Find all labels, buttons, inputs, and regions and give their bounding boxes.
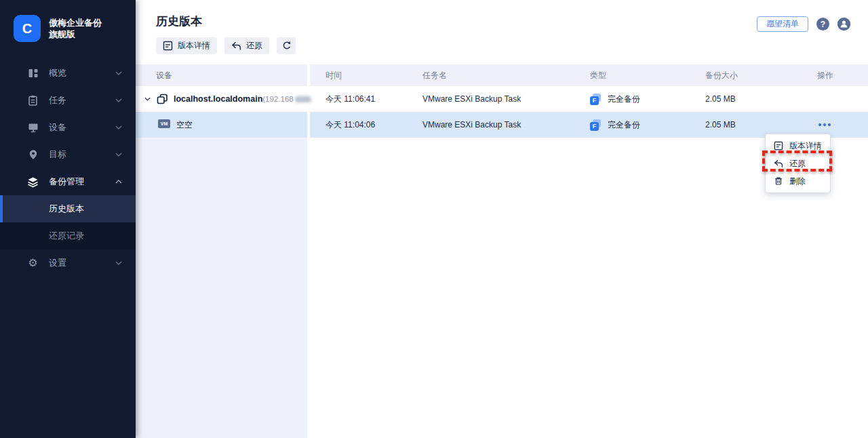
sidebar-item-overview[interactable]: 概览 [0, 60, 136, 87]
chevron-up-icon [115, 180, 122, 184]
vm-icon: VM [158, 119, 170, 130]
help-button[interactable]: ? [816, 18, 829, 31]
chevron-down-icon [115, 261, 122, 265]
monitor-icon [27, 122, 39, 134]
host-ip: (192.168) [262, 95, 315, 103]
version-detail-label: 版本详情 [178, 40, 210, 52]
dashboard-icon [27, 68, 39, 79]
cell-task: VMware ESXi Backup Task [422, 120, 590, 130]
menu-item-label: 还原 [789, 158, 806, 170]
restore-undo-icon [231, 41, 241, 51]
cell-ops [817, 119, 868, 130]
menu-item-version-detail[interactable]: 版本详情 [766, 137, 830, 155]
cell-time: 今天 11:04:06 [310, 119, 422, 131]
location-pin-icon [27, 149, 39, 161]
chevron-down-icon [115, 71, 122, 75]
column-header-ops: 操作 [817, 70, 868, 81]
device-panel-header: 设备 [136, 64, 307, 86]
sidebar-subitem-history-versions[interactable]: 历史版本 [0, 195, 136, 222]
sidebar-item-label: 目标 [49, 148, 66, 161]
chevron-down-icon [115, 153, 122, 157]
refresh-icon [281, 41, 292, 51]
sidebar-item-tasks[interactable]: 任务 [0, 87, 136, 114]
cell-size: 2.05 MB [705, 94, 817, 104]
topbar: 历史版本 版本详情 还原 愿望清单 [136, 0, 868, 64]
table-header-row: 时间 任务名 类型 备份大小 操作 [310, 64, 868, 86]
backup-management-submenu: 历史版本 还原记录 [0, 195, 136, 250]
full-backup-icon: F [590, 119, 601, 131]
cell-time: 今天 11:06:41 [310, 94, 422, 105]
type-label: 完全备份 [608, 119, 640, 131]
sidebar-item-label: 概览 [49, 67, 66, 79]
cell-type: F 完全备份 [590, 119, 705, 131]
sidebar-item-label: 设备 [49, 121, 66, 134]
column-header-time: 时间 [310, 70, 422, 81]
question-mark-icon: ? [821, 20, 825, 28]
sidebar-item-backup-management[interactable]: 备份管理 [0, 168, 136, 195]
detail-icon [163, 41, 173, 51]
layers-icon [27, 176, 39, 188]
tasks-icon [27, 95, 39, 106]
type-label: 完全备份 [608, 94, 640, 105]
redacted-ip-blur [295, 96, 311, 102]
more-actions-icon[interactable] [817, 119, 832, 130]
column-header-task: 任务名 [422, 70, 590, 81]
tree-row-vm-selected[interactable]: VM 空空 [136, 112, 307, 138]
sidebar-item-targets[interactable]: 目标 [0, 141, 136, 168]
app-window: C 傲梅企业备份 旗舰版 概览 任务 [0, 0, 868, 438]
app-logo-icon: C [14, 15, 41, 42]
gear-icon: ⚙ [27, 258, 39, 269]
detail-icon [774, 141, 783, 151]
content-area: 设备 localhost.localdomain (192.168) VM [136, 64, 868, 438]
host-icon [157, 94, 168, 104]
cell-size: 2.05 MB [705, 120, 817, 130]
logo-letter: C [22, 22, 32, 35]
tree-row-host[interactable]: localhost.localdomain (192.168) [136, 86, 307, 112]
column-header-size: 备份大小 [705, 70, 817, 81]
trash-icon [774, 176, 783, 186]
wishlist-button[interactable]: 愿望清单 [757, 16, 808, 32]
toolbar: 版本详情 还原 [156, 37, 296, 54]
versions-table: 时间 任务名 类型 备份大小 操作 今天 11:06:41 VMware ESX… [310, 64, 868, 438]
device-panel: 设备 localhost.localdomain (192.168) VM [136, 64, 307, 438]
brand-block: C 傲梅企业备份 旗舰版 [0, 0, 136, 42]
account-button[interactable] [837, 18, 850, 31]
menu-item-restore[interactable]: 还原 [766, 155, 830, 172]
column-header-type: 类型 [590, 70, 705, 81]
sidebar-nav: 概览 任务 设备 [0, 60, 136, 277]
topbar-right: 愿望清单 ? [757, 16, 850, 32]
menu-item-label: 删除 [789, 176, 806, 187]
sidebar-item-devices[interactable]: 设备 [0, 114, 136, 141]
cell-type: F 完全备份 [590, 94, 705, 105]
chevron-down-icon[interactable] [144, 97, 151, 101]
cell-task: VMware ESXi Backup Task [422, 94, 590, 104]
full-backup-icon: F [590, 94, 601, 105]
restore-button[interactable]: 还原 [224, 37, 269, 54]
host-name: localhost.localdomain [174, 94, 262, 104]
restore-label: 还原 [246, 40, 262, 52]
row-context-menu: 版本详情 还原 删除 [765, 134, 831, 193]
menu-item-delete[interactable]: 删除 [766, 172, 830, 190]
refresh-button[interactable] [277, 37, 296, 54]
version-detail-button[interactable]: 版本详情 [156, 37, 217, 54]
table-row[interactable]: 今天 11:06:41 VMware ESXi Backup Task F 完全… [310, 86, 868, 112]
brand-line1: 傲梅企业备份 [49, 17, 102, 28]
sidebar-item-label: 设置 [49, 257, 66, 269]
user-icon [837, 18, 850, 31]
sidebar-item-label: 任务 [49, 94, 66, 106]
chevron-down-icon [115, 125, 122, 130]
submenu-label: 历史版本 [49, 203, 84, 215]
sidebar-item-settings[interactable]: ⚙ 设置 [0, 250, 136, 277]
sidebar-item-label: 备份管理 [49, 176, 84, 188]
menu-item-label: 版本详情 [789, 140, 822, 152]
sidebar-subitem-restore-records[interactable]: 还原记录 [0, 222, 136, 250]
vm-name: 空空 [176, 119, 193, 131]
chevron-down-icon [115, 98, 122, 102]
sidebar: C 傲梅企业备份 旗舰版 概览 任务 [0, 0, 136, 438]
page-title: 历史版本 [156, 14, 202, 29]
brand-line2: 旗舰版 [49, 28, 102, 40]
restore-undo-icon [774, 159, 783, 168]
brand-name: 傲梅企业备份 旗舰版 [49, 17, 102, 40]
submenu-label: 还原记录 [49, 230, 84, 242]
